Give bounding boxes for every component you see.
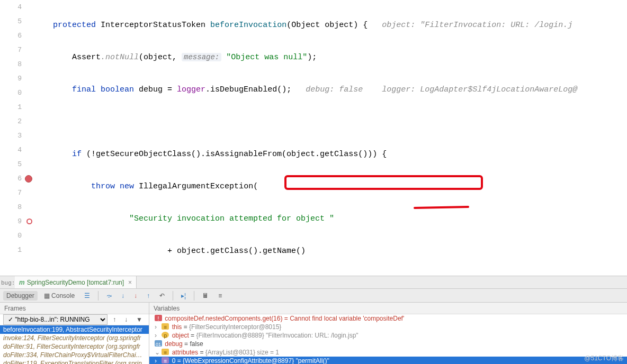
field-icon: ≡ xyxy=(162,323,169,330)
line-number[interactable]: 7 xyxy=(0,186,22,200)
variables-header: Variables xyxy=(149,303,627,314)
line-number[interactable]: 1 xyxy=(0,243,22,257)
trace-icon[interactable]: ≡ xyxy=(215,291,225,301)
prev-frame-icon[interactable]: ↑ xyxy=(110,315,119,324)
var-row[interactable]: › p object = {FilterInvocation@8889} "Fi… xyxy=(149,331,627,340)
debug-toolbar: Debugger ▦ Console ☰ ⤼ ↓ ↓ ↑ ↶ ▸¦ 🖩 ≡ xyxy=(0,289,627,303)
expand-icon[interactable]: › xyxy=(155,331,160,340)
run-to-cursor-icon[interactable]: ▸¦ xyxy=(178,291,189,301)
line-number[interactable]: 5 xyxy=(0,157,22,171)
execution-point-icon[interactable] xyxy=(26,219,32,224)
frame-item[interactable]: doFilter:91, FilterSecurityInterceptor (… xyxy=(0,342,149,351)
evaluate-icon[interactable]: 🖩 xyxy=(199,291,212,301)
primitive-icon: 01 xyxy=(155,340,162,347)
var-row[interactable]: › ≡ this = {FilterSecurityInterceptor@80… xyxy=(149,323,627,331)
var-row-selected[interactable]: › ≡ 0 = {WebExpressionConfigAttribute@88… xyxy=(149,357,627,364)
threads-icon[interactable]: ☰ xyxy=(81,291,93,301)
filter-icon[interactable]: ▼ xyxy=(133,315,146,324)
frame-item[interactable]: doFilter:119, ExceptionTranslationFilter… xyxy=(0,359,149,364)
line-number[interactable]: 6 xyxy=(0,171,22,186)
var-row[interactable]: ⌄ ≡ attributes = {ArrayList@8031} size =… xyxy=(149,348,627,357)
line-number[interactable]: 4 xyxy=(0,0,22,14)
line-number[interactable]: 8 xyxy=(0,57,22,71)
inline-hint: logger: LogAdapter$Slf4jLocationAwareLog… xyxy=(382,85,577,94)
element-icon: ≡ xyxy=(162,357,169,363)
line-number[interactable]: 7 xyxy=(0,43,22,57)
line-number[interactable]: 1 xyxy=(0,100,22,114)
drop-frame-icon[interactable]: ↶ xyxy=(156,291,168,301)
force-step-into-icon[interactable]: ↓ xyxy=(131,291,140,301)
debug-panel: m SpringSecurityDemo [tomcat7:run] × Deb… xyxy=(0,276,627,364)
frames-header: Frames xyxy=(0,303,149,314)
line-number[interactable]: 8 xyxy=(0,200,22,214)
line-number[interactable]: 5 xyxy=(0,14,22,29)
var-row[interactable]: ! compositeDef.nestedComponents.get(16) … xyxy=(149,314,627,323)
inline-hint: debug: false xyxy=(306,85,363,94)
frame-item[interactable]: beforeInvocation:199, AbstractSecurityIn… xyxy=(0,325,149,334)
variables-list[interactable]: ! compositeDef.nestedComponents.get(16) … xyxy=(149,314,627,364)
line-number[interactable]: 9 xyxy=(0,214,22,229)
frame-item[interactable]: invoke:124, FilterSecurityInterceptor (o… xyxy=(0,334,149,342)
thread-selector[interactable]: ✓ "http-bio-8...in": RUNNING xyxy=(3,314,108,325)
debug-caption: bug: xyxy=(1,280,15,286)
next-frame-icon[interactable]: ↓ xyxy=(121,315,131,324)
expand-icon[interactable]: › xyxy=(155,357,160,364)
step-out-icon[interactable]: ↑ xyxy=(144,291,153,301)
gutter: 4 5 6 7 8 9 0 1 2 3 4 5 6 7 8 9 0 1 xyxy=(0,0,33,276)
step-over-icon[interactable]: ⤼ xyxy=(103,291,115,301)
breakpoint-icon[interactable] xyxy=(25,175,32,183)
frame-item[interactable]: doFilter:334, FilterChainProxy$VirtualFi… xyxy=(0,351,149,359)
step-into-icon[interactable]: ↓ xyxy=(118,291,128,301)
variables-panel: Variables ! compositeDef.nestedComponent… xyxy=(149,303,627,364)
run-tabs: m SpringSecurityDemo [tomcat7:run] × xyxy=(0,276,627,289)
error-icon: ! xyxy=(155,315,162,321)
frames-list[interactable]: beforeInvocation:199, AbstractSecurityIn… xyxy=(0,325,149,364)
line-number[interactable]: 2 xyxy=(0,114,22,129)
expand-icon[interactable]: › xyxy=(155,323,160,331)
tab-console[interactable]: ▦ Console xyxy=(41,291,78,301)
var-row[interactable]: 01 debug = false xyxy=(149,340,627,348)
tab-debugger[interactable]: Debugger xyxy=(3,291,38,301)
watermark: @51CTO博客 xyxy=(584,354,624,363)
inline-hint: object: "FilterInvocation: URL: /login.j xyxy=(382,21,572,30)
param-icon: p xyxy=(162,332,169,338)
line-number[interactable]: 4 xyxy=(0,143,22,157)
line-number[interactable]: 3 xyxy=(0,129,22,143)
param-hint: message: xyxy=(182,53,221,61)
code-area[interactable]: protected InterceptorStatusToken beforeI… xyxy=(33,0,627,276)
editor-pane: 4 5 6 7 8 9 0 1 2 3 4 5 6 7 8 9 0 1 prot… xyxy=(0,0,627,276)
annotation-underline xyxy=(414,206,469,209)
frames-panel: Frames ✓ "http-bio-8...in": RUNNING ↑ ↓ … xyxy=(0,303,149,364)
field-icon: ≡ xyxy=(162,349,169,355)
close-icon[interactable]: × xyxy=(128,279,132,286)
collapse-icon[interactable]: ⌄ xyxy=(155,348,160,357)
line-number[interactable]: 0 xyxy=(0,229,22,243)
run-config-tab[interactable]: m SpringSecurityDemo [tomcat7:run] × xyxy=(15,276,137,288)
line-number[interactable]: 0 xyxy=(0,86,22,100)
line-number[interactable]: 9 xyxy=(0,71,22,86)
line-number[interactable]: 6 xyxy=(0,29,22,43)
console-icon: ▦ xyxy=(44,292,50,299)
